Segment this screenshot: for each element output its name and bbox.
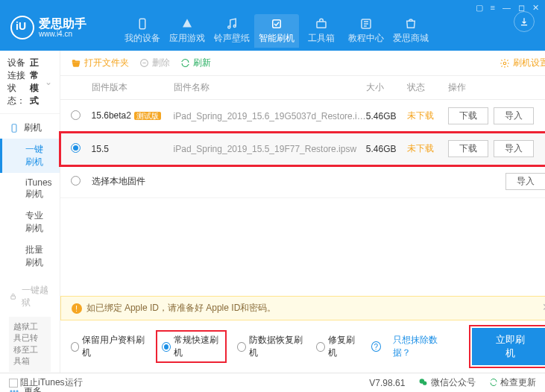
cell-size: 5.46GB [366, 111, 407, 121]
nav-label: 智能刷机 [259, 33, 294, 43]
open-folder-button[interactable]: 打开文件夹 [71, 57, 129, 69]
download-icon[interactable] [514, 11, 535, 32]
toolbar: 打开文件夹 删除 刷新 刷机设置 [60, 51, 545, 76]
nav-toolbox[interactable]: 工具箱 [299, 17, 344, 48]
th-ver: 固件版本 [92, 81, 174, 94]
chevron-down-icon[interactable]: ⌄ [45, 77, 52, 87]
th-status: 状态 [407, 81, 448, 94]
sidebar-group-jailbreak[interactable]: 一键越狱 [0, 279, 60, 314]
nav-label: 铃声壁纸 [214, 33, 250, 43]
nav-label: 应用游戏 [169, 33, 205, 43]
sidebar-item-oneclick[interactable]: 一键刷机 [0, 139, 60, 173]
svg-point-2 [233, 25, 236, 28]
import-button[interactable]: 导入 [494, 107, 534, 124]
th-name: 固件名称 [174, 81, 366, 94]
cell-ver: 15.6beta2测试版 [92, 110, 174, 121]
brand-sub: www.i4.cn [39, 30, 86, 38]
flash-options: 保留用户资料刷机 常规快速刷机 防数据恢复刷机 修复刷机 ? 只想抹除数据？ 立… [60, 320, 545, 373]
svg-rect-6 [12, 124, 16, 132]
win-max-icon[interactable]: ◻ [518, 3, 525, 13]
svg-rect-4 [317, 22, 326, 28]
nav-ringtone[interactable]: 铃声壁纸 [210, 17, 254, 48]
svg-rect-7 [11, 296, 16, 299]
nav-label: 教程中心 [348, 33, 384, 43]
opt-anti-recovery[interactable]: 防数据恢复刷机 [237, 334, 304, 359]
nav-store[interactable]: 爱思商城 [388, 17, 433, 48]
cell-name: iPad_Spring_2019_15.6_19G5037d_Restore.i… [174, 111, 366, 121]
conn-value: 正常模式 [30, 57, 41, 107]
brand-title: 爱思助手 [39, 17, 86, 31]
table-header: 固件版本 固件名称 大小 状态 操作 [60, 76, 545, 100]
nav-apps[interactable]: 应用游戏 [165, 17, 210, 48]
brand-logo-icon [10, 16, 34, 39]
cell-size: 5.46GB [366, 144, 407, 154]
win-skin-icon[interactable]: ▢ [476, 3, 483, 13]
beta-badge: 测试版 [134, 112, 161, 120]
close-icon[interactable]: ✕ [542, 301, 545, 313]
nav-tutorial[interactable]: 教程中心 [344, 17, 388, 48]
conn-label: 设备连接状态： [7, 57, 27, 107]
import-button[interactable]: 导入 [494, 140, 534, 157]
import-button[interactable]: 导入 [505, 173, 545, 190]
erase-data-link[interactable]: 只想抹除数据？ [393, 334, 449, 359]
nav-label: 爱思商城 [393, 33, 429, 43]
sidebar-item-itunes[interactable]: iTunes刷机 [0, 173, 60, 205]
table-row[interactable]: 15.6beta2测试版 iPad_Spring_2019_15.6_19G50… [60, 100, 545, 133]
table-row[interactable]: 15.5 iPad_Spring_2019_15.5_19F77_Restore… [60, 133, 545, 165]
th-size: 大小 [366, 81, 407, 94]
firmware-table: 固件版本 固件名称 大小 状态 操作 15.6beta2测试版 iPad_Spr… [60, 76, 545, 198]
row-radio[interactable] [71, 110, 81, 120]
apple-id-alert: ! 如已绑定 Apple ID，请准备好 Apple ID和密码。 ✕ [60, 296, 545, 320]
win-menu-icon[interactable]: ≡ [491, 3, 495, 13]
sidebar-item-pro[interactable]: 专业刷机 [0, 205, 60, 239]
start-flash-button[interactable]: 立即刷机 [472, 328, 545, 365]
flash-settings-button[interactable]: 刷机设置 [500, 57, 545, 69]
win-min-icon[interactable]: — [503, 3, 511, 13]
cell-status: 未下载 [407, 110, 448, 122]
svg-point-1 [228, 26, 230, 28]
th-ops: 操作 [448, 81, 545, 94]
svg-point-13 [503, 62, 506, 65]
row-radio[interactable] [71, 143, 81, 153]
nav-label: 工具箱 [308, 33, 335, 43]
brand: 爱思助手 www.i4.cn [0, 0, 94, 51]
content: 打开文件夹 删除 刷新 刷机设置 固件版本 固件名称 [60, 51, 545, 373]
local-firmware-row[interactable]: 选择本地固件 x 导入 [60, 165, 545, 198]
opt-keep-data[interactable]: 保留用户资料刷机 [71, 334, 146, 359]
info-icon: ! [72, 303, 82, 314]
win-close-icon[interactable]: ✕ [532, 3, 539, 13]
download-button[interactable]: 下载 [448, 107, 488, 124]
row-radio[interactable] [71, 176, 81, 186]
version-label: V7.98.61 [369, 378, 405, 388]
download-button[interactable]: 下载 [448, 140, 488, 157]
local-label: 选择本地固件 [92, 175, 448, 188]
nav-flash[interactable]: 智能刷机 [254, 14, 299, 48]
check-update-link[interactable]: 检查更新 [489, 376, 536, 389]
sidebar: 设备连接状态： 正常模式 ⌄ 刷机 一键刷机 iTunes刷机 专业刷机 批量刷… [0, 51, 60, 373]
opt-normal-flash[interactable]: 常规快速刷机 [157, 332, 225, 361]
sidebar-label: 一键越狱 [22, 284, 50, 309]
cell-name: iPad_Spring_2019_15.5_19F77_Restore.ipsw [174, 144, 366, 154]
sidebar-group-flash[interactable]: 刷机 [0, 117, 60, 139]
svg-point-15 [423, 381, 426, 385]
cell-ver: 15.5 [92, 144, 174, 154]
jailbreak-note: 越狱工具已转移至工具箱 [9, 317, 51, 372]
delete-button[interactable]: 删除 [139, 57, 170, 69]
window-controls: ▢ ≡ — ◻ ✕ [476, 3, 539, 13]
help-icon[interactable]: ? [371, 341, 381, 352]
opt-repair[interactable]: 修复刷机 [316, 334, 359, 359]
cell-status: 未下载 [407, 142, 448, 155]
wechat-link[interactable]: 微信公众号 [418, 376, 475, 389]
connection-status: 设备连接状态： 正常模式 ⌄ [0, 51, 60, 114]
nav-my-device[interactable]: 我的设备 [120, 17, 165, 48]
svg-rect-3 [273, 20, 281, 28]
status-bar: 阻止iTunes运行 V7.98.61 微信公众号 检查更新 [0, 373, 545, 392]
svg-rect-0 [139, 19, 145, 29]
sidebar-label: 刷机 [24, 121, 42, 134]
sidebar-item-batch[interactable]: 批量刷机 [0, 239, 60, 274]
block-itunes-checkbox[interactable]: 阻止iTunes运行 [9, 376, 83, 389]
alert-text: 如已绑定 Apple ID，请准备好 Apple ID和密码。 [86, 302, 277, 314]
nav-label: 我的设备 [125, 33, 160, 43]
header: 爱思助手 www.i4.cn 我的设备 应用游戏 铃声壁纸 智能刷机 工具箱 教… [0, 0, 545, 51]
refresh-button[interactable]: 刷新 [180, 57, 211, 69]
